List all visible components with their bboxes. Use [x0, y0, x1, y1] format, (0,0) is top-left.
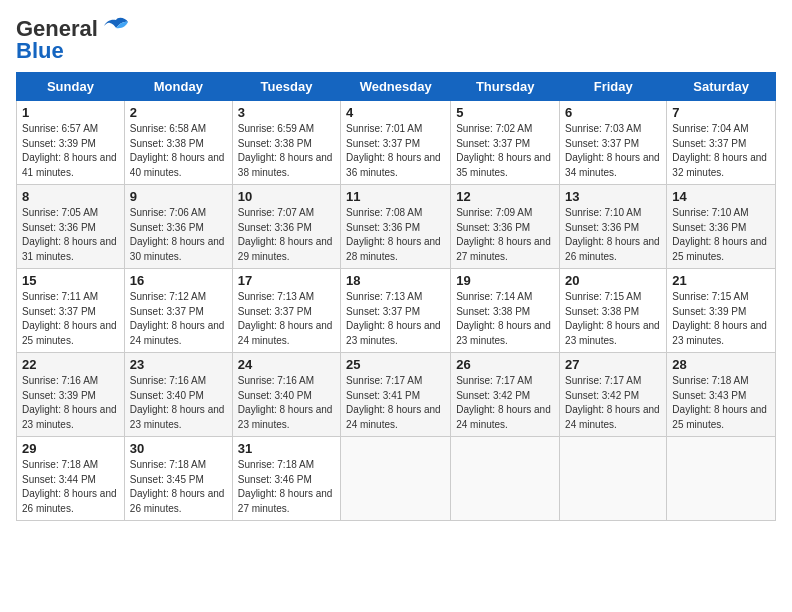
day-number: 19 [456, 273, 554, 288]
calendar-cell: 17 Sunrise: 7:13 AMSunset: 3:37 PMDaylig… [232, 269, 340, 353]
day-number: 11 [346, 189, 445, 204]
calendar-cell: 1 Sunrise: 6:57 AMSunset: 3:39 PMDayligh… [17, 101, 125, 185]
day-number: 14 [672, 189, 770, 204]
day-info: Sunrise: 6:59 AMSunset: 3:38 PMDaylight:… [238, 123, 333, 178]
calendar-cell [667, 437, 776, 521]
day-number: 28 [672, 357, 770, 372]
day-info: Sunrise: 7:08 AMSunset: 3:36 PMDaylight:… [346, 207, 441, 262]
calendar-cell: 31 Sunrise: 7:18 AMSunset: 3:46 PMDaylig… [232, 437, 340, 521]
calendar-cell: 13 Sunrise: 7:10 AMSunset: 3:36 PMDaylig… [560, 185, 667, 269]
calendar-cell: 22 Sunrise: 7:16 AMSunset: 3:39 PMDaylig… [17, 353, 125, 437]
day-number: 26 [456, 357, 554, 372]
calendar-cell [560, 437, 667, 521]
day-info: Sunrise: 7:10 AMSunset: 3:36 PMDaylight:… [672, 207, 767, 262]
day-number: 1 [22, 105, 119, 120]
calendar-cell: 4 Sunrise: 7:01 AMSunset: 3:37 PMDayligh… [341, 101, 451, 185]
day-info: Sunrise: 7:17 AMSunset: 3:42 PMDaylight:… [456, 375, 551, 430]
day-number: 13 [565, 189, 661, 204]
day-number: 3 [238, 105, 335, 120]
day-number: 9 [130, 189, 227, 204]
calendar-cell: 21 Sunrise: 7:15 AMSunset: 3:39 PMDaylig… [667, 269, 776, 353]
day-number: 24 [238, 357, 335, 372]
calendar-cell: 14 Sunrise: 7:10 AMSunset: 3:36 PMDaylig… [667, 185, 776, 269]
logo: General Blue [16, 16, 130, 64]
calendar-cell: 15 Sunrise: 7:11 AMSunset: 3:37 PMDaylig… [17, 269, 125, 353]
day-info: Sunrise: 7:07 AMSunset: 3:36 PMDaylight:… [238, 207, 333, 262]
calendar-table: SundayMondayTuesdayWednesdayThursdayFrid… [16, 72, 776, 521]
calendar-cell: 19 Sunrise: 7:14 AMSunset: 3:38 PMDaylig… [451, 269, 560, 353]
calendar-cell: 12 Sunrise: 7:09 AMSunset: 3:36 PMDaylig… [451, 185, 560, 269]
calendar-cell: 18 Sunrise: 7:13 AMSunset: 3:37 PMDaylig… [341, 269, 451, 353]
calendar-cell: 11 Sunrise: 7:08 AMSunset: 3:36 PMDaylig… [341, 185, 451, 269]
day-info: Sunrise: 7:06 AMSunset: 3:36 PMDaylight:… [130, 207, 225, 262]
day-info: Sunrise: 7:14 AMSunset: 3:38 PMDaylight:… [456, 291, 551, 346]
calendar-cell: 3 Sunrise: 6:59 AMSunset: 3:38 PMDayligh… [232, 101, 340, 185]
weekday-header-saturday: Saturday [667, 73, 776, 101]
day-info: Sunrise: 7:05 AMSunset: 3:36 PMDaylight:… [22, 207, 117, 262]
day-number: 12 [456, 189, 554, 204]
weekday-header-wednesday: Wednesday [341, 73, 451, 101]
day-number: 18 [346, 273, 445, 288]
weekday-header-sunday: Sunday [17, 73, 125, 101]
weekday-header-friday: Friday [560, 73, 667, 101]
day-info: Sunrise: 7:17 AMSunset: 3:42 PMDaylight:… [565, 375, 660, 430]
day-info: Sunrise: 7:01 AMSunset: 3:37 PMDaylight:… [346, 123, 441, 178]
day-info: Sunrise: 7:16 AMSunset: 3:40 PMDaylight:… [238, 375, 333, 430]
calendar-cell: 29 Sunrise: 7:18 AMSunset: 3:44 PMDaylig… [17, 437, 125, 521]
day-info: Sunrise: 7:13 AMSunset: 3:37 PMDaylight:… [346, 291, 441, 346]
day-info: Sunrise: 7:12 AMSunset: 3:37 PMDaylight:… [130, 291, 225, 346]
day-number: 30 [130, 441, 227, 456]
calendar-cell: 9 Sunrise: 7:06 AMSunset: 3:36 PMDayligh… [124, 185, 232, 269]
day-info: Sunrise: 7:18 AMSunset: 3:45 PMDaylight:… [130, 459, 225, 514]
day-number: 5 [456, 105, 554, 120]
logo-text-blue: Blue [16, 38, 64, 64]
calendar-cell: 26 Sunrise: 7:17 AMSunset: 3:42 PMDaylig… [451, 353, 560, 437]
calendar-cell: 25 Sunrise: 7:17 AMSunset: 3:41 PMDaylig… [341, 353, 451, 437]
weekday-header-tuesday: Tuesday [232, 73, 340, 101]
calendar-cell: 30 Sunrise: 7:18 AMSunset: 3:45 PMDaylig… [124, 437, 232, 521]
day-number: 21 [672, 273, 770, 288]
page-header: General Blue [16, 16, 776, 64]
calendar-cell: 20 Sunrise: 7:15 AMSunset: 3:38 PMDaylig… [560, 269, 667, 353]
calendar-cell: 2 Sunrise: 6:58 AMSunset: 3:38 PMDayligh… [124, 101, 232, 185]
day-number: 31 [238, 441, 335, 456]
weekday-header-thursday: Thursday [451, 73, 560, 101]
day-info: Sunrise: 7:13 AMSunset: 3:37 PMDaylight:… [238, 291, 333, 346]
weekday-header-monday: Monday [124, 73, 232, 101]
calendar-cell: 28 Sunrise: 7:18 AMSunset: 3:43 PMDaylig… [667, 353, 776, 437]
day-number: 2 [130, 105, 227, 120]
calendar-cell: 27 Sunrise: 7:17 AMSunset: 3:42 PMDaylig… [560, 353, 667, 437]
day-info: Sunrise: 7:18 AMSunset: 3:46 PMDaylight:… [238, 459, 333, 514]
day-info: Sunrise: 7:18 AMSunset: 3:43 PMDaylight:… [672, 375, 767, 430]
calendar-cell [341, 437, 451, 521]
day-info: Sunrise: 7:10 AMSunset: 3:36 PMDaylight:… [565, 207, 660, 262]
day-number: 20 [565, 273, 661, 288]
calendar-cell [451, 437, 560, 521]
calendar-cell: 16 Sunrise: 7:12 AMSunset: 3:37 PMDaylig… [124, 269, 232, 353]
calendar-cell: 10 Sunrise: 7:07 AMSunset: 3:36 PMDaylig… [232, 185, 340, 269]
day-info: Sunrise: 7:18 AMSunset: 3:44 PMDaylight:… [22, 459, 117, 514]
day-number: 10 [238, 189, 335, 204]
day-info: Sunrise: 7:02 AMSunset: 3:37 PMDaylight:… [456, 123, 551, 178]
day-number: 8 [22, 189, 119, 204]
day-number: 23 [130, 357, 227, 372]
day-info: Sunrise: 7:09 AMSunset: 3:36 PMDaylight:… [456, 207, 551, 262]
day-info: Sunrise: 7:16 AMSunset: 3:39 PMDaylight:… [22, 375, 117, 430]
day-info: Sunrise: 7:04 AMSunset: 3:37 PMDaylight:… [672, 123, 767, 178]
day-info: Sunrise: 7:11 AMSunset: 3:37 PMDaylight:… [22, 291, 117, 346]
day-number: 15 [22, 273, 119, 288]
day-info: Sunrise: 7:16 AMSunset: 3:40 PMDaylight:… [130, 375, 225, 430]
day-number: 22 [22, 357, 119, 372]
day-number: 17 [238, 273, 335, 288]
day-number: 29 [22, 441, 119, 456]
calendar-cell: 8 Sunrise: 7:05 AMSunset: 3:36 PMDayligh… [17, 185, 125, 269]
calendar-cell: 24 Sunrise: 7:16 AMSunset: 3:40 PMDaylig… [232, 353, 340, 437]
day-number: 25 [346, 357, 445, 372]
calendar-cell: 7 Sunrise: 7:04 AMSunset: 3:37 PMDayligh… [667, 101, 776, 185]
day-info: Sunrise: 6:57 AMSunset: 3:39 PMDaylight:… [22, 123, 117, 178]
calendar-cell: 6 Sunrise: 7:03 AMSunset: 3:37 PMDayligh… [560, 101, 667, 185]
day-number: 16 [130, 273, 227, 288]
day-info: Sunrise: 6:58 AMSunset: 3:38 PMDaylight:… [130, 123, 225, 178]
day-info: Sunrise: 7:03 AMSunset: 3:37 PMDaylight:… [565, 123, 660, 178]
day-info: Sunrise: 7:17 AMSunset: 3:41 PMDaylight:… [346, 375, 441, 430]
